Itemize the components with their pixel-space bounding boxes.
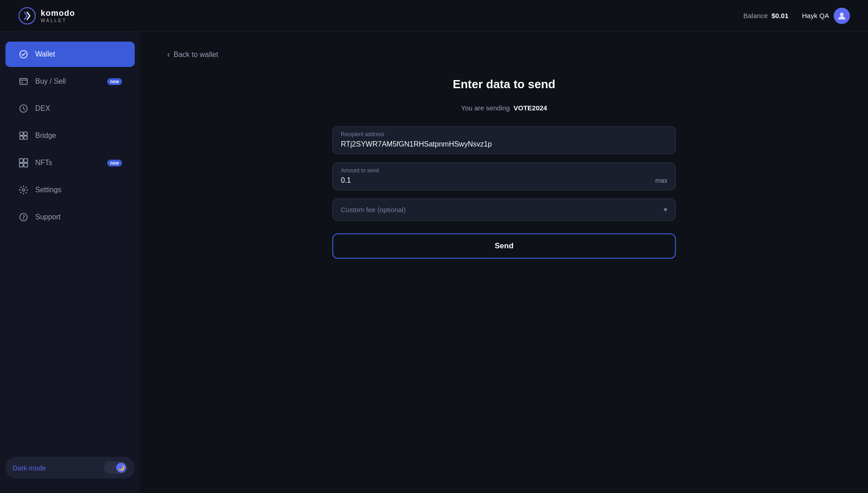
komodo-logo-icon <box>18 7 36 25</box>
sidebar-item-label: Wallet <box>35 50 122 58</box>
main-layout: Wallet Buy / Sell new DEX Bridge N <box>0 32 868 493</box>
sidebar-item-nfts[interactable]: NFTs new <box>5 150 135 175</box>
send-button[interactable]: Send <box>332 233 676 259</box>
avatar <box>834 8 850 24</box>
header: komodo WALLET Balance $0.01 Hayk QA <box>0 0 868 32</box>
svg-rect-12 <box>24 159 28 162</box>
dark-mode-toggle[interactable]: Dark mode 🌙 <box>5 457 135 479</box>
support-icon <box>18 212 29 223</box>
balance-label: Balance <box>743 12 768 19</box>
svg-rect-8 <box>24 132 27 135</box>
logo-sub: WALLET <box>41 18 75 23</box>
amount-input-container: Amount to send max <box>332 162 676 190</box>
sending-coin: VOTE2024 <box>514 104 547 112</box>
bridge-icon <box>18 130 29 141</box>
sidebar-item-label: Settings <box>35 186 122 194</box>
logo-area: komodo WALLET <box>18 7 75 25</box>
sidebar-item-label: Buy / Sell <box>35 77 101 85</box>
back-to-wallet-link[interactable]: ‹ Back to wallet <box>167 50 841 59</box>
nfts-icon <box>18 157 29 168</box>
svg-point-15 <box>22 189 25 191</box>
chevron-down-icon: ▾ <box>664 205 667 214</box>
subtitle-prefix: You are sending <box>461 104 510 112</box>
sidebar-item-label: DEX <box>35 104 122 113</box>
svg-rect-9 <box>20 136 23 139</box>
amount-label: Amount to send <box>341 167 667 174</box>
logo-text: komodo WALLET <box>41 9 75 23</box>
dex-icon <box>18 103 29 114</box>
custom-fee-row[interactable]: Custom fee (optional) ▾ <box>332 199 676 221</box>
amount-input[interactable] <box>341 176 656 185</box>
sidebar-item-dex[interactable]: DEX <box>5 96 135 121</box>
sidebar-item-buy-sell[interactable]: Buy / Sell new <box>5 69 135 94</box>
max-button[interactable]: max <box>656 177 667 184</box>
amount-form-group: Amount to send max <box>332 162 676 190</box>
custom-fee-label: Custom fee (optional) <box>341 206 406 213</box>
content-area: ‹ Back to wallet Enter data to send You … <box>140 32 868 493</box>
svg-rect-11 <box>19 159 23 162</box>
amount-row: max <box>341 176 667 185</box>
recipient-input-container: Recipient address <box>332 126 676 154</box>
page-title: Enter data to send <box>453 77 556 91</box>
wallet-icon <box>18 49 29 60</box>
sidebar-item-bridge[interactable]: Bridge <box>5 123 135 148</box>
dark-mode-label: Dark mode <box>13 464 46 472</box>
new-badge: new <box>107 78 122 85</box>
sidebar-item-wallet[interactable]: Wallet <box>5 42 135 67</box>
balance-value: $0.01 <box>771 12 788 19</box>
sidebar-item-label: NFTs <box>35 159 101 167</box>
sidebar-item-settings[interactable]: Settings <box>5 177 135 203</box>
recipient-form-group: Recipient address <box>332 126 676 154</box>
user-name: Hayk QA <box>802 12 829 19</box>
new-badge: new <box>107 160 122 166</box>
sidebar-item-label: Bridge <box>35 132 122 140</box>
back-label: Back to wallet <box>174 51 218 59</box>
balance-area: Balance $0.01 <box>743 12 788 19</box>
back-chevron-icon: ‹ <box>167 50 170 59</box>
sidebar-item-label: Support <box>35 213 122 221</box>
toggle-circle: 🌙 <box>116 463 126 473</box>
recipient-input[interactable] <box>341 140 667 148</box>
subtitle: You are sending VOTE2024 <box>461 104 547 112</box>
svg-rect-13 <box>19 163 23 167</box>
custom-fee-group: Custom fee (optional) ▾ <box>332 199 676 221</box>
svg-point-1 <box>840 13 844 16</box>
recipient-label: Recipient address <box>341 131 667 137</box>
svg-rect-3 <box>20 79 28 85</box>
send-form-container: Enter data to send You are sending VOTE2… <box>332 77 676 259</box>
user-area[interactable]: Hayk QA <box>802 8 850 24</box>
svg-rect-14 <box>24 163 28 167</box>
logo-name: komodo <box>41 9 75 18</box>
sidebar-item-support[interactable]: Support <box>5 204 135 230</box>
svg-rect-10 <box>24 136 27 139</box>
settings-icon <box>18 185 29 195</box>
sidebar: Wallet Buy / Sell new DEX Bridge N <box>0 32 140 493</box>
header-right: Balance $0.01 Hayk QA <box>743 8 850 24</box>
buy-sell-icon <box>18 76 29 87</box>
svg-rect-7 <box>20 132 23 135</box>
toggle-pill[interactable]: 🌙 <box>104 461 127 474</box>
